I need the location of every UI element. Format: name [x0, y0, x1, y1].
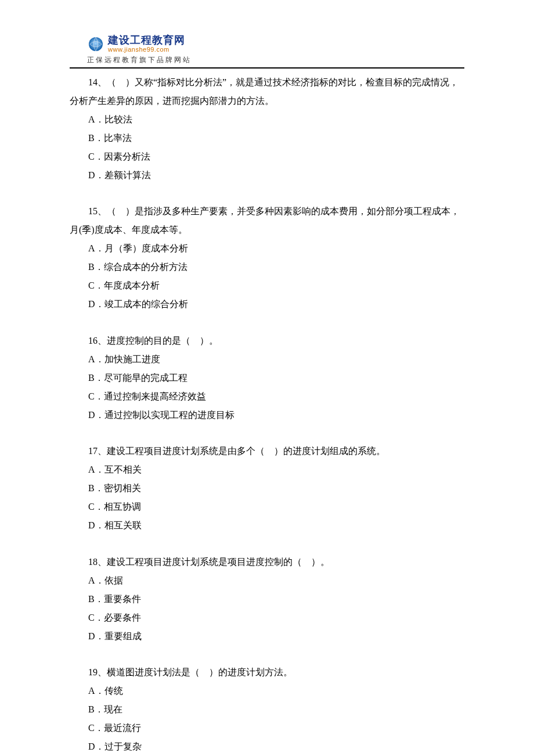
question-stem: 15、（ ）是指涉及多种生产要素，并受多种因素影响的成本费用，如分部分项工程成本…: [70, 202, 464, 221]
question-gap: [70, 314, 464, 331]
question-gap: [70, 424, 464, 442]
question-gap: [70, 185, 464, 202]
question-option: A．互不相关: [70, 460, 464, 479]
question-block: 18、建设工程项目进度计划系统是项目进度控制的（ ）。A．依据B．重要条件C．必…: [70, 553, 464, 646]
content-body: 14、（ ）又称“指标对比分析法”，就是通过技术经济指标的对比，检查目标的完成情…: [70, 73, 464, 756]
logo: 建设工程教育网 www.jianshe99.com: [87, 35, 464, 53]
question-block: 14、（ ）又称“指标对比分析法”，就是通过技术经济指标的对比，检查目标的完成情…: [70, 73, 464, 185]
question-stem: 17、建设工程项目进度计划系统是由多个（ ）的进度计划组成的系统。: [70, 442, 464, 460]
question-option: C．年度成本分析: [70, 276, 464, 295]
question-option: D．过于复杂: [70, 737, 464, 756]
page: 建设工程教育网 www.jianshe99.com 正保远程教育旗下品牌网站 1…: [0, 0, 534, 756]
question-stem-cont: 月(季)度成本、年度成本等。: [70, 221, 464, 239]
question-stem-cont: 分析产生差异的原因，进而挖掘内部潜力的方法。: [70, 92, 464, 110]
question-option: B．综合成本的分析方法: [70, 258, 464, 276]
question-option: C．通过控制来提高经济效益: [70, 387, 464, 406]
question-gap: [70, 646, 464, 663]
logo-icon: [87, 35, 104, 53]
brand-url: www.jianshe99.com: [108, 46, 185, 53]
question-option: A．依据: [70, 571, 464, 590]
question-option: D．通过控制以实现工程的进度目标: [70, 406, 464, 424]
question-option: A．月（季）度成本分析: [70, 239, 464, 258]
question-stem: 18、建设工程项目进度计划系统是项目进度控制的（ ）。: [70, 553, 464, 571]
question-option: B．密切相关: [70, 479, 464, 498]
question-stem: 14、（ ）又称“指标对比分析法”，就是通过技术经济指标的对比，检查目标的完成情…: [70, 73, 464, 92]
question-gap: [70, 535, 464, 552]
page-header: 建设工程教育网 www.jianshe99.com 正保远程教育旗下品牌网站: [87, 35, 464, 65]
header-divider: [70, 67, 464, 69]
question-option: D．相互关联: [70, 516, 464, 535]
question-block: 19、横道图进度计划法是（ ）的进度计划方法。A．传统B．现在C．最近流行D．过…: [70, 663, 464, 756]
question-stem: 19、横道图进度计划法是（ ）的进度计划方法。: [70, 663, 464, 682]
question-option: B．重要条件: [70, 590, 464, 609]
question-block: 15、（ ）是指涉及多种生产要素，并受多种因素影响的成本费用，如分部分项工程成本…: [70, 202, 464, 314]
question-option: A．传统: [70, 682, 464, 700]
svg-point-0: [89, 37, 103, 51]
question-option: C．必要条件: [70, 609, 464, 627]
question-block: 16、进度控制的目的是（ ）。A．加快施工进度B．尽可能早的完成工程C．通过控制…: [70, 332, 464, 424]
logo-text: 建设工程教育网 www.jianshe99.com: [108, 35, 185, 53]
question-option: C．因素分析法: [70, 147, 464, 166]
brand-subtitle: 正保远程教育旗下品牌网站: [87, 55, 464, 65]
question-stem: 16、进度控制的目的是（ ）。: [70, 332, 464, 350]
question-option: D．竣工成本的综合分析: [70, 295, 464, 314]
question-option: C．最近流行: [70, 719, 464, 737]
question-option: A．比较法: [70, 110, 464, 129]
question-option: C．相互协调: [70, 498, 464, 516]
question-block: 17、建设工程项目进度计划系统是由多个（ ）的进度计划组成的系统。A．互不相关B…: [70, 442, 464, 535]
question-option: B．尽可能早的完成工程: [70, 369, 464, 387]
question-option: D．重要组成: [70, 627, 464, 646]
question-option: B．比率法: [70, 129, 464, 147]
question-option: D．差额计算法: [70, 166, 464, 185]
brand-name: 建设工程教育网: [108, 35, 185, 45]
question-option: A．加快施工进度: [70, 350, 464, 369]
question-option: B．现在: [70, 700, 464, 719]
